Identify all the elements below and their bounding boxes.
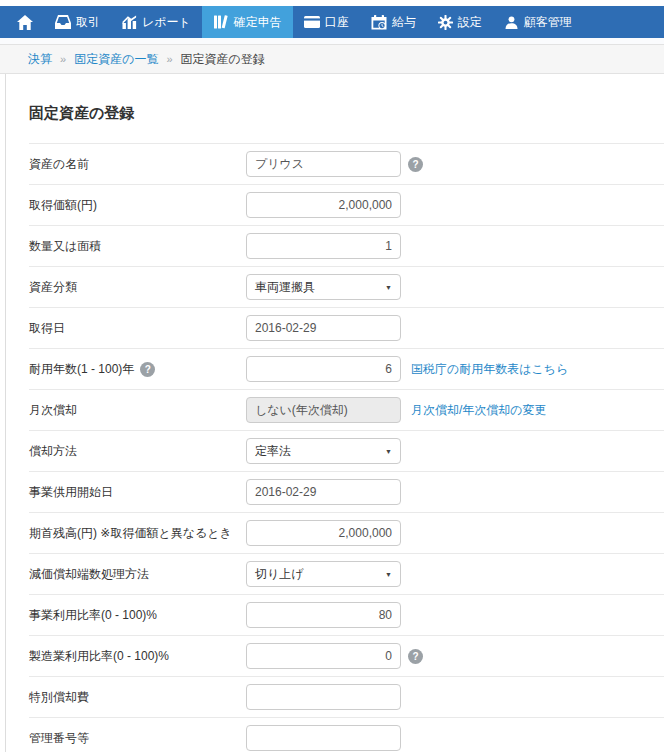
field-label: 製造業利用比率(0 - 100)% <box>29 648 246 665</box>
breadcrumb-link[interactable]: 決算 <box>28 51 52 68</box>
field-label: 事業供用開始日 <box>29 484 246 501</box>
form-row-monthly-depreciation: 月次償却月次償却/年次償却の変更 <box>29 389 664 430</box>
field-label-text: 取得日 <box>29 320 65 337</box>
nav-item-accounts[interactable]: 口座 <box>293 6 360 38</box>
nav-item-payroll[interactable]: 給与 <box>360 6 427 38</box>
form-row-quantity-or-area: 数量又は面積 <box>29 225 664 266</box>
chevron-down-icon: ▼ <box>385 448 392 455</box>
field-label-text: 耐用年数(1 - 100)年 <box>29 361 134 378</box>
nav-item-settings[interactable]: 設定 <box>427 6 493 38</box>
fixed-asset-form: 資産の名前?取得価額(円)数量又は面積資産分類車両運搬具▼取得日耐用年数(1 -… <box>29 143 664 752</box>
select-value: 定率法 <box>255 443 291 460</box>
field-label-text: 償却方法 <box>29 443 77 460</box>
depreciation-method-select[interactable]: 定率法▼ <box>246 438 401 464</box>
breadcrumb-separator: » <box>60 53 66 65</box>
field-label-text: 資産の名前 <box>29 156 89 173</box>
help-icon[interactable]: ? <box>408 157 423 172</box>
chart-icon <box>122 15 137 29</box>
field-label: 償却方法 <box>29 443 246 460</box>
field-label: 減価償却端数処理方法 <box>29 566 246 583</box>
management-number-input[interactable] <box>246 725 401 751</box>
chevron-down-icon: ▼ <box>385 571 392 578</box>
select-value: 切り上げ <box>255 566 304 583</box>
field-label-text: 事業供用開始日 <box>29 484 113 501</box>
form-row-asset-name: 資産の名前? <box>29 143 664 184</box>
field-label: 特別償却費 <box>29 689 246 706</box>
nav-item-home[interactable] <box>6 6 44 38</box>
field-label: 期首残高(円) ※取得価額と異なるとき <box>29 525 246 542</box>
help-icon[interactable]: ? <box>140 362 155 377</box>
nav-item-label: 顧客管理 <box>524 14 572 31</box>
home-icon <box>17 15 33 30</box>
form-row-opening-balance: 期首残高(円) ※取得価額と異なるとき <box>29 512 664 553</box>
useful-life-input[interactable] <box>246 356 401 382</box>
form-row-business-use-ratio: 事業利用比率(0 - 100)% <box>29 594 664 635</box>
field-label: 数量又は面積 <box>29 238 246 255</box>
field-label: 耐用年数(1 - 100)年? <box>29 361 246 378</box>
business-use-ratio-input[interactable] <box>246 602 401 628</box>
page-title: 固定資産の登録 <box>29 74 664 143</box>
breadcrumb-current: 固定資産の登録 <box>181 51 265 68</box>
form-row-rounding-method: 減価償却端数処理方法切り上げ▼ <box>29 553 664 594</box>
gear-icon <box>438 15 453 30</box>
chevron-down-icon: ▼ <box>385 284 392 291</box>
form-row-depreciation-method: 償却方法定率法▼ <box>29 430 664 471</box>
special-depreciation-input[interactable] <box>246 684 401 710</box>
breadcrumb-link[interactable]: 固定資産の一覧 <box>74 51 158 68</box>
field-label-text: 製造業利用比率(0 - 100)% <box>29 648 169 665</box>
nav-item-label: 給与 <box>392 14 416 31</box>
field-label: 資産分類 <box>29 279 246 296</box>
form-row-acquisition-date: 取得日 <box>29 307 664 348</box>
quantity-or-area-input[interactable] <box>246 233 401 259</box>
acquisition-date-input[interactable] <box>246 315 401 341</box>
breadcrumb-separator: » <box>166 53 172 65</box>
nav-item-label: 取引 <box>76 14 100 31</box>
field-label: 事業利用比率(0 - 100)% <box>29 607 246 624</box>
form-row-useful-life: 耐用年数(1 - 100)年?国税庁の耐用年数表はこちら <box>29 348 664 389</box>
manufacturing-use-ratio-input[interactable] <box>246 643 401 669</box>
field-label-text: 月次償却 <box>29 402 77 419</box>
nav-item-label: レポート <box>142 14 191 31</box>
field-label: 取得価額(円) <box>29 197 246 214</box>
top-nav: 取引レポート確定申告口座給与設定顧客管理 <box>0 6 664 38</box>
useful-life-table-link[interactable]: 国税庁の耐用年数表はこちら <box>411 361 568 378</box>
nav-item-label: 口座 <box>325 14 349 31</box>
field-label-text: 減価償却端数処理方法 <box>29 566 149 583</box>
business-use-start-date-input[interactable] <box>246 479 401 505</box>
form-row-asset-category: 資産分類車両運搬具▼ <box>29 266 664 307</box>
select-value: 車両運搬具 <box>255 279 315 296</box>
field-label-text: 管理番号等 <box>29 730 89 747</box>
field-label-text: 特別償却費 <box>29 689 89 706</box>
form-row-manufacturing-use-ratio: 製造業利用比率(0 - 100)%? <box>29 635 664 676</box>
breadcrumb: 決算»固定資産の一覧»固定資産の登録 <box>0 44 664 74</box>
depreciation-cycle-change-link[interactable]: 月次償却/年次償却の変更 <box>411 402 547 419</box>
field-label: 取得日 <box>29 320 246 337</box>
nav-item-label: 確定申告 <box>234 14 282 31</box>
asset-name-input[interactable] <box>246 151 401 177</box>
field-label: 資産の名前 <box>29 156 246 173</box>
main-content: 固定資産の登録 資産の名前?取得価額(円)数量又は面積資産分類車両運搬具▼取得日… <box>5 74 664 752</box>
field-label: 月次償却 <box>29 402 246 419</box>
nav-item-reports[interactable]: レポート <box>111 6 202 38</box>
rounding-method-select[interactable]: 切り上げ▼ <box>246 561 401 587</box>
form-row-business-use-start-date: 事業供用開始日 <box>29 471 664 512</box>
nav-item-label: 設定 <box>458 14 482 31</box>
acquisition-cost-input[interactable] <box>246 192 401 218</box>
help-icon[interactable]: ? <box>408 649 423 664</box>
form-row-management-number: 管理番号等 <box>29 717 664 752</box>
person-icon <box>504 15 519 30</box>
field-label-text: 事業利用比率(0 - 100)% <box>29 607 157 624</box>
monthly-depreciation-input <box>246 397 401 423</box>
opening-balance-input[interactable] <box>246 520 401 546</box>
wallet-icon <box>304 15 320 29</box>
books-icon <box>213 15 229 29</box>
nav-item-transactions[interactable]: 取引 <box>44 6 111 38</box>
nav-item-tax-return[interactable]: 確定申告 <box>202 6 293 38</box>
nav-item-customers[interactable]: 顧客管理 <box>493 6 583 38</box>
form-row-special-depreciation: 特別償却費 <box>29 676 664 717</box>
inbox-icon <box>55 15 71 29</box>
calendar-icon <box>371 15 387 30</box>
field-label-text: 資産分類 <box>29 279 77 296</box>
form-row-acquisition-cost: 取得価額(円) <box>29 184 664 225</box>
asset-category-select[interactable]: 車両運搬具▼ <box>246 274 401 300</box>
